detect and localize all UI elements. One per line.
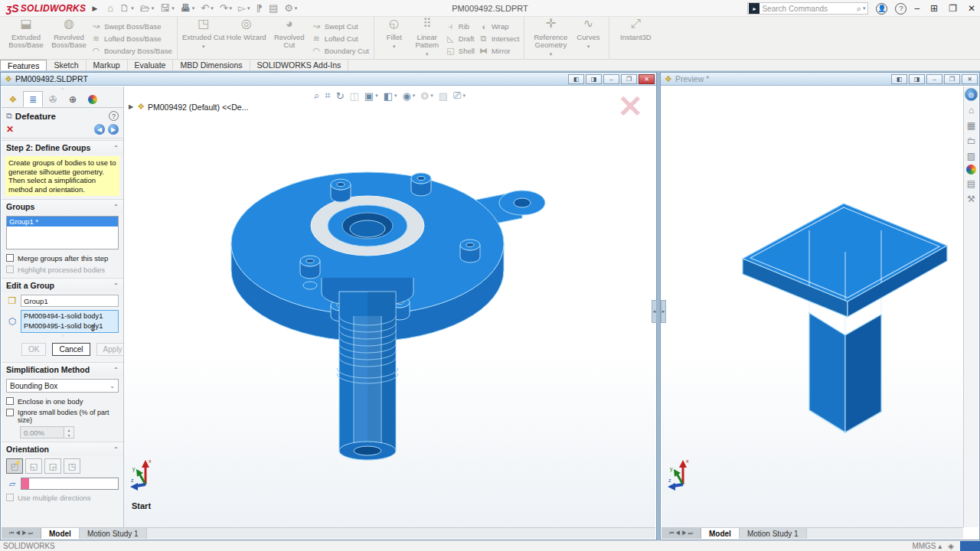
appearances-scenes-icon[interactable] (966, 165, 976, 174)
orientation-right-button[interactable]: ◲ (44, 458, 61, 474)
select-button[interactable]: ▻▾ (236, 1, 253, 16)
groups-listbox[interactable]: Group1 * (6, 216, 119, 249)
print-button[interactable]: 🖶▾ (178, 1, 198, 16)
pm-back-button[interactable]: ◀ (94, 124, 105, 135)
graphics-area[interactable]: ▶ ❖ PM009492 (Default) <<De... ⌕ ⌗ ↻ ◫ ▣… (124, 86, 655, 527)
dropdown-icon[interactable]: ▾ (587, 43, 590, 51)
draft-button[interactable]: ◺Draft (445, 33, 475, 44)
window-restore-button[interactable]: ❐ (621, 74, 637, 84)
tab-markup[interactable]: Markup (87, 60, 128, 70)
orientation-top-button[interactable]: ◳ (64, 458, 80, 474)
checkbox-icon[interactable] (6, 409, 14, 416)
checkbox-icon[interactable] (6, 254, 14, 262)
cancel-button[interactable]: Cancel (52, 343, 90, 356)
featuremanager-tab[interactable]: ❖ (3, 91, 23, 107)
orientation-section-header[interactable]: Orientation ⌃ (2, 442, 123, 456)
home-button[interactable]: ⌂ (105, 1, 116, 16)
options-list-icon[interactable]: ▤ (266, 1, 280, 16)
propertymanager-tab[interactable]: ≣ (23, 91, 43, 107)
preview-model-3d[interactable] (662, 86, 963, 527)
app-restore-button[interactable]: ⊞ (930, 3, 938, 14)
displaymanager-tab[interactable] (83, 91, 103, 107)
pm-next-button[interactable]: ▶ (108, 124, 119, 135)
hole-wizard-button[interactable]: ◎ Hole Wizard (225, 19, 268, 59)
revolved-boss-button[interactable]: ◍ Revolved Boss/Base (47, 19, 90, 59)
dropdown-icon[interactable]: ▾ (550, 51, 553, 58)
group-name-field[interactable]: Group1 (21, 295, 119, 307)
spinner-down-icon[interactable]: ▼ (64, 432, 74, 438)
search-icon[interactable]: ⌕ (857, 4, 861, 14)
collapse-chevron-icon[interactable]: ⌃ (113, 204, 119, 210)
body-list-item[interactable]: PM009494-1-solid body1 (24, 311, 116, 321)
view-palette-icon[interactable]: ▨ (965, 149, 978, 162)
search-scope-icon[interactable]: ▸ (749, 3, 760, 14)
orientation-front-button[interactable]: ◱ (25, 458, 42, 474)
groups-section-header[interactable]: Groups ⌃ (2, 199, 123, 214)
defeature-taskpane-icon[interactable]: ⚒ (965, 192, 978, 205)
step-section-header[interactable]: Step 2: Define Groups ⌃ (2, 140, 123, 155)
search-dropdown-icon[interactable]: ▾ (863, 5, 866, 11)
swept-cut-button[interactable]: ↝Swept Cut (311, 21, 369, 32)
instant3d-button[interactable]: ⤢ Instant3D (614, 19, 657, 59)
part-model-3d[interactable] (124, 86, 655, 527)
intersect-button[interactable]: ⧉Intersect (478, 33, 519, 44)
swept-boss-button[interactable]: ↝Swept Boss/Base (90, 21, 172, 32)
search-input[interactable] (762, 5, 856, 13)
settings-gear-button[interactable]: ⚙▾ (282, 1, 299, 16)
pane-right-button[interactable]: ◨ (909, 74, 925, 84)
pm-cancel-icon[interactable]: ✕ (6, 124, 14, 135)
body-list-item[interactable]: PM009495-1-solid body1 (24, 321, 116, 331)
redo-button[interactable]: ↷▾ (217, 1, 234, 16)
extruded-cut-button[interactable]: ◳ Extruded Cut ▾ (182, 19, 225, 59)
tab-sketch[interactable]: Sketch (47, 60, 86, 70)
spinner-up-icon[interactable]: ▲ (64, 427, 74, 432)
save-button[interactable]: 🖫▾ (158, 1, 177, 16)
app-maximize-button[interactable]: ❐ (949, 3, 957, 14)
pm-help-icon[interactable]: ? (109, 111, 119, 121)
lofted-cut-button[interactable]: ≋Lofted Cut (311, 33, 369, 44)
spinner-value[interactable]: 0.00% (20, 426, 64, 439)
pane-left-button[interactable]: ◧ (891, 74, 907, 84)
configurationmanager-tab[interactable]: ✇ (43, 91, 63, 107)
dimxpertmanager-tab[interactable]: ⊕ (63, 91, 83, 107)
menu-expand-icon[interactable]: ▶ (92, 5, 97, 12)
model-tab[interactable]: Model (701, 528, 740, 539)
part-window-titlebar[interactable]: ❖ PM009492.SLDPRT ◧ ◨ – ❐ ✕ (1, 73, 656, 86)
user-account-icon[interactable]: 👤 (876, 3, 887, 15)
dropdown-icon[interactable]: ▾ (202, 43, 205, 51)
boundary-cut-button[interactable]: ◠Boundary Cut (311, 45, 369, 57)
pane-left-button[interactable]: ◧ (568, 74, 584, 84)
open-button[interactable]: 🗁▾ (138, 1, 157, 16)
wrap-button[interactable]: ◖Wrap (478, 21, 519, 32)
shell-button[interactable]: ◱Shell (445, 45, 475, 57)
search-commands-box[interactable]: ▸ ⌕ ▾ (747, 2, 868, 15)
collapse-chevron-icon[interactable]: ⌃ (113, 145, 119, 152)
revolved-cut-button[interactable]: ◕ Revolved Cut (268, 19, 311, 59)
collapse-chevron-icon[interactable]: ⌃ (113, 282, 119, 289)
attach-icon[interactable]: ⁋ (254, 1, 265, 16)
checkbox-icon[interactable] (6, 397, 14, 405)
edit-group-section-header[interactable]: Edit a Group ⌃ (2, 278, 123, 292)
window-close-button[interactable]: ✕ (962, 74, 978, 84)
home-icon[interactable]: ⌂ (965, 103, 978, 116)
group-list-item[interactable]: Group1 * (7, 217, 118, 227)
apply-button[interactable]: Apply (96, 343, 124, 356)
extruded-boss-button[interactable]: ⬓ Extruded Boss/Base (5, 19, 47, 59)
model-tab[interactable]: Model (41, 528, 80, 539)
units-selector[interactable]: MMGS ▴ (912, 542, 942, 550)
preview-window-titlebar[interactable]: ❖ Preview * ◧ ◨ – ❐ ✕ (661, 73, 979, 86)
merge-groups-checkbox[interactable]: Merge groups after this step (2, 252, 123, 263)
ignore-small-bodies-checkbox[interactable]: Ignore small bodies (% of part size) (2, 406, 123, 425)
boundary-boss-button[interactable]: ◠Boundary Boss/Base (90, 45, 172, 57)
reference-geometry-button[interactable]: ✛ Reference Geometry ▾ (529, 19, 572, 59)
tab-evaluate[interactable]: Evaluate (128, 60, 174, 70)
left-window-collapse-handle[interactable]: ◂ (652, 300, 657, 323)
status-gem-icon[interactable]: ◈ (948, 542, 954, 550)
direction-selection-field[interactable] (21, 478, 119, 490)
app-minimize-button[interactable]: – (914, 3, 920, 14)
lofted-boss-button[interactable]: ≋Lofted Boss/Base (90, 33, 172, 44)
tab-scroll-buttons[interactable]: ⏮ ◀ ▶ ⏭ (662, 528, 701, 539)
dropdown-icon[interactable]: ▾ (393, 43, 396, 51)
linear-pattern-button[interactable]: ⠿ Linear Pattern ▾ (410, 19, 445, 59)
window-close-button[interactable]: ✕ (639, 74, 655, 84)
